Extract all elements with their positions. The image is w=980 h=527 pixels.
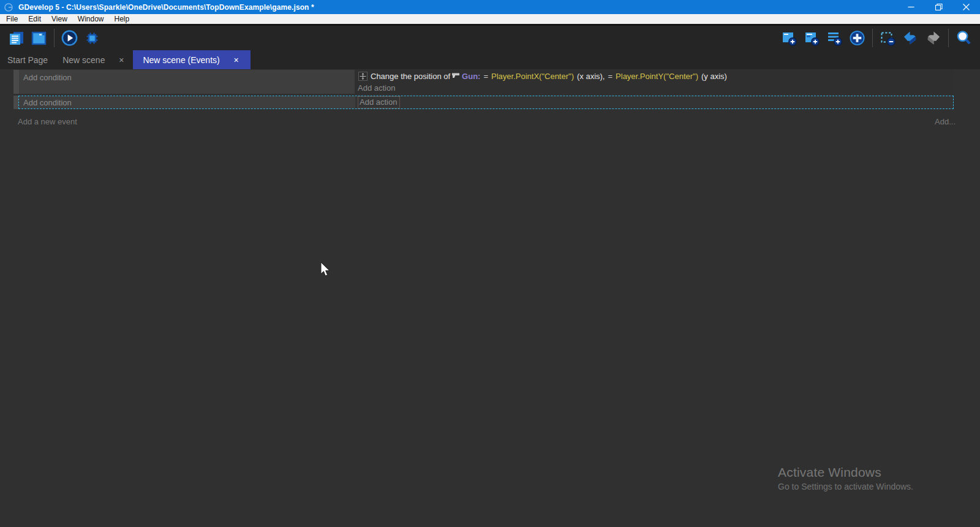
close-button[interactable] [952, 0, 980, 14]
event-drag-handle[interactable] [13, 70, 19, 94]
menu-window[interactable]: Window [77, 15, 105, 23]
events-sheet: Add condition Change the position of Gun… [0, 69, 980, 126]
add-subevent-icon[interactable] [804, 30, 820, 47]
debugger-icon[interactable] [84, 30, 100, 47]
expression-x: Player.PointX("Center") [491, 72, 574, 81]
choose-add-event-icon[interactable] [849, 30, 865, 47]
conditions-column[interactable]: Add condition [19, 70, 355, 94]
event-row-selected: Add condition Add action [13, 96, 980, 109]
mouse-cursor [320, 262, 331, 280]
expression-y: Player.PointY("Center") [616, 72, 698, 81]
menu-edit[interactable]: Edit [27, 15, 42, 23]
toolbar-separator [54, 29, 55, 47]
activate-windows-watermark: Activate Windows Go to Settings to activ… [778, 465, 913, 491]
position-action-icon [358, 72, 368, 81]
add-event-icon[interactable] [781, 30, 797, 47]
tab-bar: Start Page New scene × New scene (Events… [0, 50, 980, 69]
add-comment-icon[interactable] [826, 30, 843, 47]
gun-object-icon [451, 73, 460, 80]
watermark-title: Activate Windows [778, 465, 913, 480]
conditions-column[interactable]: Add condition [19, 96, 355, 108]
gdevelop-window: GDevelop 5 - C:\Users\Sparkle\OneDrive\D… [0, 0, 980, 527]
event-row: Add condition Change the position of Gun… [13, 70, 954, 94]
add-action-link[interactable]: Add action [358, 82, 954, 94]
menu-file[interactable]: File [5, 15, 19, 23]
add-condition-link[interactable]: Add condition [23, 98, 72, 107]
add-condition-link[interactable]: Add condition [23, 73, 72, 82]
window-controls [897, 0, 980, 14]
action-text: (y axis) [701, 72, 727, 81]
actions-column: Add action [355, 96, 953, 108]
add-action-link[interactable]: Add action [358, 96, 400, 108]
operator: = [483, 72, 488, 81]
action-text: Change the position of [371, 72, 450, 81]
title-bar: GDevelop 5 - C:\Users\Sparkle\OneDrive\D… [0, 0, 980, 14]
add-more-link[interactable]: Add... [935, 117, 956, 126]
menu-view[interactable]: View [50, 15, 69, 23]
action-text: (x axis), [577, 72, 605, 81]
actions-column: Change the position of Gun: = Player.Poi… [355, 70, 954, 94]
watermark-subtitle: Go to Settings to activate Windows. [778, 482, 913, 491]
menu-bar: File Edit View Window Help [0, 14, 980, 26]
toolbar [0, 26, 980, 50]
undo-icon[interactable] [902, 30, 919, 47]
toolbar-separator [872, 29, 873, 47]
delete-event-icon[interactable] [880, 30, 896, 47]
add-new-event-link[interactable]: Add a new event [18, 117, 77, 126]
close-tab-icon[interactable]: × [116, 55, 127, 65]
object-name: Gun: [462, 72, 480, 81]
restore-button[interactable] [925, 0, 952, 14]
menu-help[interactable]: Help [113, 15, 131, 23]
tab-label: New scene (Events) [141, 55, 221, 65]
toolbar-separator [948, 29, 949, 47]
scene-editor-icon[interactable] [31, 30, 47, 47]
tab-new-scene-events[interactable]: New scene (Events) × [133, 50, 250, 69]
tab-start-page[interactable]: Start Page [0, 50, 55, 69]
tab-label: Start Page [6, 55, 49, 65]
events-footer: Add a new event Add... [18, 117, 956, 126]
operator: = [608, 72, 612, 81]
window-title: GDevelop 5 - C:\Users\Sparkle\OneDrive\D… [18, 3, 314, 12]
close-tab-icon[interactable]: × [231, 55, 242, 65]
play-button-icon[interactable] [61, 30, 78, 47]
gdevelop-logo-icon [4, 2, 13, 12]
minimize-button[interactable] [897, 0, 925, 14]
tab-new-scene[interactable]: New scene × [55, 50, 133, 69]
tab-label: New scene [61, 55, 106, 65]
project-manager-icon[interactable] [8, 30, 24, 47]
search-icon[interactable] [956, 30, 972, 47]
event-drag-handle[interactable] [13, 96, 18, 109]
selected-event-outline[interactable]: Add condition Add action [18, 96, 954, 109]
redo-icon[interactable] [925, 30, 941, 47]
action-change-position[interactable]: Change the position of Gun: = Player.Poi… [358, 70, 954, 82]
